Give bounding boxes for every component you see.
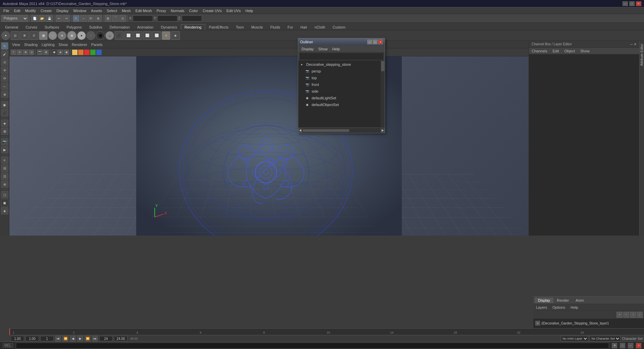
shelf-tab-fur[interactable]: Fur xyxy=(284,24,297,30)
viewport-menu-view[interactable]: View xyxy=(12,43,20,47)
menu-window[interactable]: Window xyxy=(71,8,88,13)
play-back-btn[interactable]: ⏮ xyxy=(55,336,61,342)
le-tab-display[interactable]: Display xyxy=(535,298,553,303)
menu-select[interactable]: Select xyxy=(105,8,119,13)
shelf-icon-8[interactable]: ◉ xyxy=(67,31,76,40)
anim-start-input[interactable] xyxy=(40,336,54,341)
camera-btn[interactable]: 📷 xyxy=(1,138,8,145)
menu-normals[interactable]: Normals xyxy=(169,8,186,13)
vp-grid-btn[interactable]: ⊞ xyxy=(43,50,49,55)
xray-btn[interactable]: ◻ xyxy=(1,191,8,198)
viewport-menu-renderer[interactable]: Renderer xyxy=(72,43,87,47)
frame-end-input[interactable] xyxy=(114,336,127,341)
le-menu-help[interactable]: Help xyxy=(569,305,580,310)
play-fwd-btn[interactable]: ▶ xyxy=(77,336,83,342)
vp-btn4[interactable]: ◎ xyxy=(29,50,34,55)
anim-end-input[interactable] xyxy=(99,336,113,341)
viewport-menu-shading[interactable]: Shading xyxy=(24,43,38,47)
shelf-icon-16[interactable]: ⬜ xyxy=(143,31,152,40)
z-value-input[interactable] xyxy=(182,15,202,21)
shelf-icon-14[interactable]: ⬜ xyxy=(124,31,133,40)
shelf-tab-hair[interactable]: Hair xyxy=(297,24,311,30)
le-menu-options[interactable]: Options xyxy=(551,305,567,310)
wireframe-btn[interactable]: ▣ xyxy=(1,199,8,206)
rotate-btn[interactable]: ⟳ xyxy=(1,74,8,82)
outliner-item-4[interactable]: 📷 side xyxy=(298,88,385,95)
show-manip-btn[interactable]: ◈ xyxy=(1,119,8,127)
y-value-input[interactable] xyxy=(157,15,177,21)
shelf-tab-toon[interactable]: Toon xyxy=(232,24,248,30)
shelf-icon-12[interactable]: ◒ xyxy=(105,31,114,40)
cb-minimize-btn[interactable]: ─ xyxy=(631,43,633,46)
shelf-tab-subdivs[interactable]: Subdivs xyxy=(86,24,106,30)
outliner-hscroll-thumb[interactable] xyxy=(303,129,349,132)
viewport-menu-panels[interactable]: Panels xyxy=(91,43,103,47)
shelf-icon-10[interactable]: ◌ xyxy=(87,31,95,40)
playhead[interactable] xyxy=(9,329,10,335)
menu-mesh[interactable]: Mesh xyxy=(120,8,133,13)
menu-edit-mesh[interactable]: Edit Mesh xyxy=(133,8,154,13)
rotate-tool-btn[interactable]: ⟳ xyxy=(88,15,94,22)
partition-btn[interactable]: ⊟ xyxy=(1,164,8,172)
layer-row-0[interactable]: V /|Decorative_Garden_Stepping_Stone_lay… xyxy=(534,319,643,327)
status-collapse-btn[interactable]: □ xyxy=(620,343,625,348)
shelf-icon-17[interactable]: ⬜ xyxy=(152,31,161,40)
shelf-tab-polygons[interactable]: Polygons xyxy=(63,24,85,30)
soft-select-btn[interactable]: ◉ xyxy=(1,101,8,108)
shelf-icon-2[interactable]: ◎ xyxy=(11,31,19,40)
layer-delete-btn[interactable]: − xyxy=(623,312,629,318)
vp-color4[interactable] xyxy=(90,50,96,55)
menu-create-uvs[interactable]: Create UVs xyxy=(201,8,224,13)
shelf-icon-7[interactable]: ● xyxy=(58,31,66,40)
snap-curve-btn[interactable]: ⌒ xyxy=(112,15,119,22)
attr-editor-label[interactable]: Attribute Editor xyxy=(640,42,644,67)
outliner-item-2[interactable]: 📷 top xyxy=(298,74,385,81)
outliner-scroll-left[interactable]: ◀ xyxy=(298,129,302,133)
timeline-ruler[interactable]: 1 2 4 6 8 10 14 18 22 24 xyxy=(9,329,644,335)
x-value-input[interactable] xyxy=(133,15,153,21)
shelf-tab-dynamics[interactable]: Dynamics xyxy=(157,24,181,30)
lasso-btn[interactable]: ⊙ xyxy=(1,58,8,66)
shelf-icon-6[interactable]: ○ xyxy=(48,31,57,40)
hypershade-btn[interactable]: ⊡ xyxy=(1,172,8,180)
vp-select-btn[interactable]: ↖ xyxy=(11,50,16,55)
new-scene-btn[interactable]: 📄 xyxy=(31,15,38,22)
cb-menu-object[interactable]: Object xyxy=(563,49,576,53)
cb-menu-show[interactable]: Show xyxy=(579,49,591,53)
outliner-scrollbar[interactable] xyxy=(381,60,385,128)
le-menu-layers[interactable]: Layers xyxy=(535,305,548,310)
vp-color2[interactable] xyxy=(78,50,84,55)
shelf-icon-4[interactable]: ⊙ xyxy=(30,31,38,40)
step-fwd-btn[interactable]: ⏩ xyxy=(85,336,91,342)
shelf-tab-rendering[interactable]: Rendering xyxy=(181,24,205,30)
shelf-icon-15[interactable]: ⬜ xyxy=(133,31,142,40)
shelf-icon-render[interactable]: ● xyxy=(1,31,10,40)
cb-menu-channels[interactable]: Channels xyxy=(530,49,548,53)
prev-frame-btn[interactable]: ◀ xyxy=(70,336,76,342)
outliner-item-5[interactable]: ◉ defaultLightSet xyxy=(298,95,385,101)
snap-grid-btn[interactable]: ⊞ xyxy=(105,15,111,22)
menu-assets[interactable]: Assets xyxy=(89,8,104,13)
move-btn[interactable]: ✛ xyxy=(1,66,8,74)
outliner-maximize-btn[interactable]: □ xyxy=(373,40,377,44)
vp-shade1-btn[interactable]: ◈ xyxy=(58,50,63,55)
outliner-item-0[interactable]: ▸ Decorative_stepping_stone xyxy=(298,61,385,68)
status-close-btn[interactable]: ✕ xyxy=(636,343,641,348)
shelf-tab-muscle[interactable]: Muscle xyxy=(248,24,267,30)
menu-create[interactable]: Create xyxy=(39,8,54,13)
outliner-minimize-btn[interactable]: ─ xyxy=(367,40,372,44)
render-view-btn[interactable]: ⊛ xyxy=(1,181,8,188)
vp-color5[interactable] xyxy=(96,50,102,55)
le-tab-render[interactable]: Render xyxy=(553,298,572,303)
shelf-tab-painteffects[interactable]: PaintEffects xyxy=(205,24,232,30)
smooth-shade-btn[interactable]: ◈ xyxy=(1,207,8,214)
snap-point-btn[interactable]: ⊙ xyxy=(119,15,126,22)
le-tab-anim[interactable]: Anim xyxy=(572,298,587,303)
status-btn[interactable]: ⚙ xyxy=(612,343,617,348)
vp-color3[interactable] xyxy=(84,50,90,55)
layer-new-btn[interactable]: + xyxy=(616,312,623,318)
outliner-scroll-right[interactable]: ▶ xyxy=(381,129,385,133)
snap-btn[interactable]: ⊞ xyxy=(1,128,8,135)
menu-file[interactable]: File xyxy=(1,8,11,13)
shelf-tab-deformation[interactable]: Deformation xyxy=(106,24,133,30)
